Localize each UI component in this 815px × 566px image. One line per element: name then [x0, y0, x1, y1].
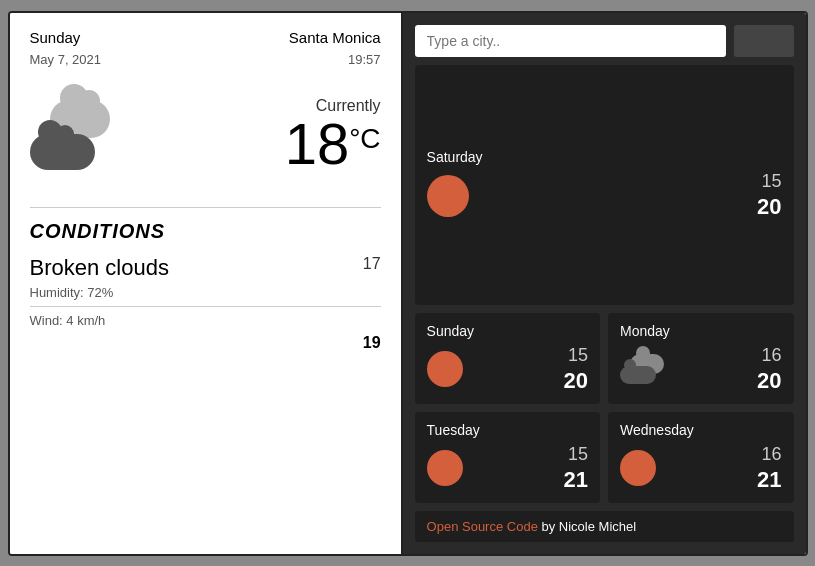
- weather-icon-left: [30, 100, 120, 170]
- city-name: Santa Monica: [289, 29, 381, 46]
- temp-high-saturday: 20: [757, 194, 781, 220]
- condition-name: Broken clouds: [30, 255, 169, 281]
- app-container: Sunday Santa Monica May 7, 2021 19:57 Cu…: [8, 11, 808, 556]
- forecast-card-inner-wednesday: Wednesday 16 21: [620, 422, 781, 493]
- date-row: May 7, 2021 19:57: [30, 52, 381, 67]
- search-row: [415, 25, 794, 57]
- sun-icon-saturday: [427, 175, 469, 217]
- humidity-label: Humidity: 72%: [30, 285, 381, 300]
- cloud-front: [30, 134, 95, 170]
- cloud-group-icon: [30, 100, 120, 170]
- forecast-row-tuesday-wednesday: Tuesday 15 21 Wednesday: [415, 412, 794, 503]
- left-header: Sunday Santa Monica: [30, 29, 381, 46]
- condition-temp-high-row: 19: [30, 334, 381, 352]
- right-panel: Saturday 15 20 Sunday: [403, 13, 806, 554]
- forecast-card-inner-tuesday: Tuesday 15 21: [427, 422, 588, 493]
- sun-icon-wednesday: [620, 450, 656, 486]
- temperature-display: 18 °C: [285, 115, 381, 173]
- forecast-card-saturday: Saturday 15 20: [415, 65, 794, 305]
- temp-high-wednesday: 21: [757, 467, 781, 493]
- current-weather: Currently 18 °C: [30, 87, 381, 183]
- forecast-row-sunday-monday: Sunday 15 20 Monday: [415, 313, 794, 404]
- forecast-bottom-tuesday: 15 21: [427, 444, 588, 493]
- forecast-day-monday: Monday: [620, 323, 670, 339]
- forecast-card-inner-saturday: Saturday 15 20: [427, 149, 782, 220]
- forecast-card-inner-sunday: Sunday 15 20: [427, 323, 588, 394]
- forecast-bottom-monday: 16 20: [620, 345, 781, 394]
- forecast-card-sunday: Sunday 15 20: [415, 313, 600, 404]
- temp-unit: °C: [349, 125, 380, 153]
- temp-low-saturday: 15: [761, 171, 781, 192]
- cloud-icon-monday: [620, 354, 668, 384]
- temp-low-monday: 16: [761, 345, 781, 366]
- date-label: May 7, 2021: [30, 52, 102, 67]
- forecast-temps-monday: 16 20: [757, 345, 781, 394]
- forecast-grid: Saturday 15 20 Sunday: [415, 65, 794, 503]
- footer-text: by Nicole Michel: [538, 519, 636, 534]
- cloud-sm-front-monday: [620, 366, 656, 384]
- footer-bar: Open Source Code by Nicole Michel: [415, 511, 794, 542]
- divider: [30, 306, 381, 307]
- forecast-temps-wednesday: 16 21: [757, 444, 781, 493]
- forecast-card-tuesday: Tuesday 15 21: [415, 412, 600, 503]
- condition-temp-high: 19: [363, 334, 381, 352]
- forecast-day-tuesday: Tuesday: [427, 422, 480, 438]
- conditions-title: CONDITIONS: [30, 220, 381, 243]
- sun-icon-sunday: [427, 351, 463, 387]
- temp-high-tuesday: 21: [564, 467, 588, 493]
- open-source-link[interactable]: Open Source Code: [427, 519, 538, 534]
- left-panel: Sunday Santa Monica May 7, 2021 19:57 Cu…: [10, 13, 403, 554]
- forecast-bottom-saturday: 15 20: [427, 171, 782, 220]
- condition-temp-low: 17: [363, 255, 381, 273]
- currently-block: Currently 18 °C: [285, 97, 381, 173]
- forecast-card-monday: Monday 16 20: [608, 313, 793, 404]
- temp-low-tuesday: 15: [568, 444, 588, 465]
- temp-low-wednesday: 16: [761, 444, 781, 465]
- day-name: Sunday: [30, 29, 81, 46]
- forecast-day-saturday: Saturday: [427, 149, 483, 165]
- forecast-temps-saturday: 15 20: [757, 171, 781, 220]
- condition-name-row: Broken clouds 17: [30, 255, 381, 281]
- city-search-input[interactable]: [415, 25, 726, 57]
- forecast-card-inner-monday: Monday 16 20: [620, 323, 781, 394]
- forecast-card-wednesday: Wednesday 16 21: [608, 412, 793, 503]
- forecast-temps-sunday: 15 20: [564, 345, 588, 394]
- forecast-bottom-wednesday: 16 21: [620, 444, 781, 493]
- search-button[interactable]: [734, 25, 794, 57]
- conditions-section: CONDITIONS Broken clouds 17 Humidity: 72…: [30, 207, 381, 352]
- forecast-bottom-sunday: 15 20: [427, 345, 588, 394]
- time-label: 19:57: [348, 52, 381, 67]
- sun-icon-tuesday: [427, 450, 463, 486]
- temp-high-monday: 20: [757, 368, 781, 394]
- temp-low-sunday: 15: [568, 345, 588, 366]
- forecast-day-wednesday: Wednesday: [620, 422, 694, 438]
- forecast-day-sunday: Sunday: [427, 323, 474, 339]
- forecast-temps-tuesday: 15 21: [564, 444, 588, 493]
- temp-value: 18: [285, 115, 350, 173]
- wind-label: Wind: 4 km/h: [30, 313, 381, 328]
- temp-high-sunday: 20: [564, 368, 588, 394]
